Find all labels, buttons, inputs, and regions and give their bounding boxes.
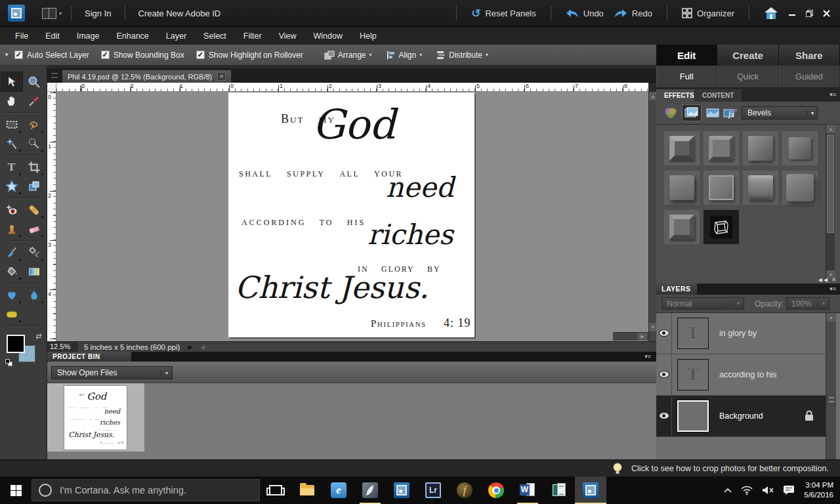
- undo-button[interactable]: Undo: [560, 9, 609, 18]
- lightroom-button[interactable]: Lr: [417, 476, 449, 504]
- tab-edit[interactable]: Edit: [656, 45, 717, 66]
- volume-muted-icon[interactable]: [762, 486, 774, 495]
- menu-image[interactable]: Image: [68, 27, 108, 45]
- tab-close-icon[interactable]: ×: [217, 72, 226, 81]
- rectangular-marquee-tool[interactable]: [1, 115, 22, 134]
- eraser-tool[interactable]: [24, 219, 45, 238]
- layer-styles-icon[interactable]: [682, 105, 701, 121]
- brush-tool[interactable]: [1, 243, 22, 262]
- bevel-thumb-inner-frame[interactable]: [664, 210, 700, 244]
- pse-organizer-button[interactable]: [386, 476, 417, 504]
- layout-switcher-icon[interactable]: [42, 8, 56, 19]
- bevel-thumb-simple-inner[interactable]: [704, 131, 739, 165]
- bevel-thumb-rounded[interactable]: [664, 171, 700, 205]
- chrome-button[interactable]: [480, 476, 512, 504]
- menu-view[interactable]: View: [270, 27, 305, 45]
- sponge-tool[interactable]: [1, 304, 22, 324]
- scroll-right-icon[interactable]: ▶: [638, 333, 647, 341]
- menu-file[interactable]: File: [7, 27, 37, 45]
- quick-selection-tool[interactable]: [24, 134, 45, 153]
- photoshop-app-button[interactable]: [354, 476, 386, 504]
- filters-icon[interactable]: [662, 105, 680, 121]
- publisher-button[interactable]: [543, 476, 575, 504]
- internet-explorer-button[interactable]: e: [323, 476, 354, 504]
- visibility-eye-icon[interactable]: [659, 329, 669, 337]
- gradient-tool[interactable]: [24, 262, 45, 281]
- panel-collapse-icons[interactable]: ◀◀ ✕: [818, 277, 837, 283]
- start-button[interactable]: [0, 476, 32, 504]
- arrange-button[interactable]: Arrange▾: [324, 51, 372, 60]
- project-bin-title[interactable]: PROJECT BIN: [47, 352, 131, 362]
- background-layer-thumbnail[interactable]: [677, 400, 709, 432]
- bevel-thumb-small-raised[interactable]: [782, 131, 818, 165]
- tab-share[interactable]: Share: [779, 45, 840, 66]
- visibility-eye-icon[interactable]: [659, 371, 669, 378]
- options-collapse-icon[interactable]: ▼: [4, 52, 9, 58]
- text-layer-thumbnail[interactable]: T: [677, 359, 709, 390]
- align-button[interactable]: Align▾: [387, 51, 423, 60]
- crop-tool[interactable]: [24, 158, 45, 177]
- create-adobe-id-link[interactable]: Create New Adobe ID: [135, 9, 225, 18]
- font-app-button[interactable]: f: [449, 476, 480, 504]
- auto-select-layer-checkbox[interactable]: ✓ Auto Select Layer: [14, 51, 89, 60]
- vertical-scrollbar[interactable]: ▲ ▼: [648, 92, 656, 341]
- document-tab[interactable]: Phil 4.19.psd @ 12.5% (Background, RGB/8…: [62, 70, 232, 83]
- cookie-cutter-tool[interactable]: [1, 177, 22, 196]
- hand-tool[interactable]: [1, 91, 22, 110]
- spot-healing-brush-tool[interactable]: [24, 200, 45, 219]
- close-button[interactable]: [818, 7, 835, 19]
- mode-quick[interactable]: Quick: [717, 66, 778, 87]
- effects-scrollbar[interactable]: ▲ ▼: [826, 125, 835, 279]
- menu-window[interactable]: Window: [305, 27, 351, 45]
- foreground-color-swatch[interactable]: [7, 335, 25, 353]
- red-eye-removal-tool[interactable]: [1, 200, 22, 219]
- word-button[interactable]: W: [512, 476, 543, 504]
- move-tool[interactable]: [1, 72, 22, 91]
- tab-create[interactable]: Create: [717, 45, 778, 66]
- show-highlight-on-rollover-checkbox[interactable]: ✓ Show Highlight on Rollover: [196, 51, 303, 60]
- distribute-button[interactable]: Distribute▾: [436, 51, 488, 60]
- layer-row-background[interactable]: Background: [656, 396, 826, 437]
- taskbar-clock[interactable]: 3:04 PM 5/6/2016: [804, 480, 833, 500]
- layer-row-according-to-his[interactable]: T according to his: [656, 354, 826, 396]
- task-view-button[interactable]: [260, 476, 291, 504]
- scroll-up-icon[interactable]: ▲: [826, 313, 836, 322]
- minimize-button[interactable]: [784, 7, 801, 19]
- swap-colors-icon[interactable]: ⇄: [35, 332, 41, 341]
- fx-effects-icon[interactable]: fx: [722, 105, 740, 121]
- layout-switcher-caret[interactable]: ▾: [59, 10, 62, 16]
- paint-bucket-tool[interactable]: [1, 262, 22, 281]
- tray-expand-icon[interactable]: [724, 488, 732, 493]
- bevel-thumb-sketch[interactable]: [704, 210, 739, 244]
- tab-bar-grip[interactable]: [51, 73, 58, 78]
- scrollbar-thumb[interactable]: [827, 135, 834, 233]
- notifications-icon[interactable]: [783, 485, 795, 495]
- bevel-thumb-pyramid[interactable]: [743, 171, 778, 205]
- open-file-thumbnail[interactable]: But my God shall supply all your need ac…: [64, 385, 127, 450]
- bevel-thumb-simple-outer[interactable]: [664, 131, 700, 165]
- effects-category-dropdown[interactable]: Bevels ▾: [742, 106, 818, 119]
- menu-filter[interactable]: Filter: [235, 27, 270, 45]
- effects-panel-menu-icon[interactable]: ▾≡: [830, 91, 836, 98]
- status-next-icon[interactable]: ▶: [188, 344, 192, 350]
- mode-full[interactable]: Full: [656, 66, 717, 87]
- cortana-search-box[interactable]: I'm Cortana. Ask me anything.: [32, 479, 260, 501]
- menu-enhance[interactable]: Enhance: [108, 27, 157, 45]
- menu-help[interactable]: Help: [351, 27, 385, 45]
- scrollbar-grip[interactable]: [829, 397, 834, 402]
- recompose-tool[interactable]: [24, 177, 45, 196]
- type-tool[interactable]: T: [1, 158, 22, 177]
- visibility-eye-icon[interactable]: [659, 412, 669, 419]
- layers-panel-title[interactable]: LAYERS: [656, 284, 697, 295]
- redo-button[interactable]: Redo: [609, 9, 658, 18]
- organizer-button[interactable]: Organizer: [677, 8, 740, 18]
- clone-stamp-tool[interactable]: [1, 219, 22, 238]
- magic-wand-tool[interactable]: [1, 134, 22, 153]
- tab-content[interactable]: CONTENT: [694, 89, 742, 102]
- zoom-level-field[interactable]: 12.5%: [47, 342, 77, 352]
- lasso-tool[interactable]: [24, 115, 45, 134]
- shape-tool[interactable]: [1, 285, 22, 304]
- image-canvas[interactable]: But my God shall supply all your need ac…: [228, 93, 474, 337]
- show-bounding-box-checkbox[interactable]: ✓ Show Bounding Box: [101, 51, 184, 60]
- layers-panel-menu-icon[interactable]: ▾≡: [830, 285, 836, 292]
